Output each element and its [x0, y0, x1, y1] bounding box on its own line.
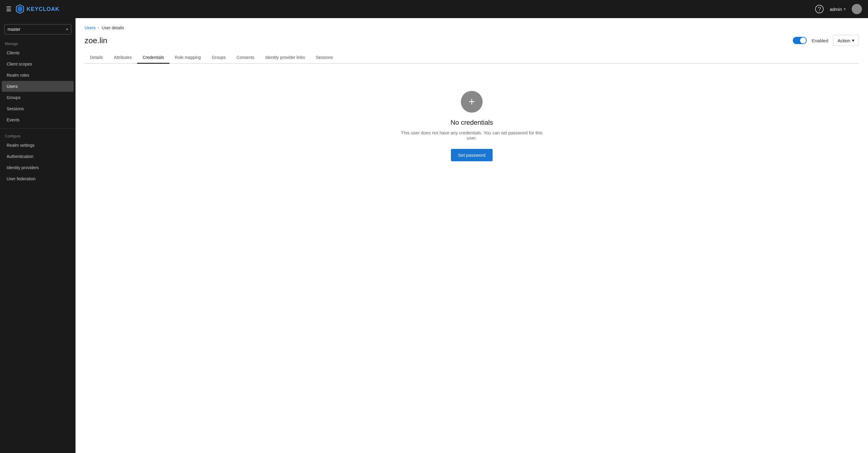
navbar-left: ☰ KEYCLOAK — [6, 4, 60, 14]
keycloak-logo-icon — [15, 4, 25, 14]
empty-description: This user does not have any credentials.… — [396, 130, 547, 141]
configure-label: Configure — [0, 132, 75, 140]
enabled-toggle[interactable] — [793, 37, 807, 44]
action-chevron: ▾ — [852, 38, 855, 43]
hamburger-icon[interactable]: ☰ — [6, 5, 11, 13]
sidebar-item-users[interactable]: Users — [2, 81, 74, 92]
user-menu-chevron: ▾ — [844, 7, 846, 11]
tab-role-mapping[interactable]: Role mapping — [169, 52, 206, 64]
sidebar-item-identity-providers[interactable]: Identity providers — [2, 162, 74, 173]
empty-title: No credentials — [451, 119, 493, 126]
page-header: zoe.lin Enabled Action ▾ — [85, 35, 859, 46]
sidebar-item-realm-roles[interactable]: Realm roles — [2, 70, 74, 81]
sidebar-divider — [0, 128, 75, 129]
tab-attributes[interactable]: Attributes — [108, 52, 137, 64]
tab-identity-provider-links[interactable]: Identity provider links — [260, 52, 310, 64]
realm-selector[interactable]: master ▾ — [4, 24, 71, 34]
logo-cloak: CLOAK — [39, 6, 60, 12]
toggle-thumb — [800, 37, 806, 43]
sidebar-item-sessions[interactable]: Sessions — [2, 103, 74, 114]
sidebar-item-realm-settings[interactable]: Realm settings — [2, 140, 74, 151]
sidebar-item-authentication[interactable]: Authentication — [2, 151, 74, 162]
navbar-right: ? admin ▾ — [815, 4, 862, 14]
add-credential-icon[interactable]: + — [461, 91, 483, 113]
set-password-button[interactable]: Set password — [451, 149, 493, 161]
action-button[interactable]: Action ▾ — [833, 35, 859, 46]
sidebar-item-events[interactable]: Events — [2, 115, 74, 125]
help-icon[interactable]: ? — [815, 5, 824, 13]
logo-text: KEYCLOAK — [27, 6, 60, 12]
empty-state: + No credentials This user does not have… — [85, 73, 859, 173]
user-menu[interactable]: admin ▾ — [830, 7, 846, 12]
logo: KEYCLOAK — [15, 4, 60, 14]
navbar: ☰ KEYCLOAK ? admin ▾ — [0, 0, 868, 18]
avatar — [852, 4, 862, 14]
tabs: Details Attributes Credentials Role mapp… — [85, 52, 859, 64]
breadcrumb: Users › User details — [85, 25, 859, 30]
tab-consents[interactable]: Consents — [231, 52, 260, 64]
tab-sessions[interactable]: Sessions — [310, 52, 339, 64]
sidebar-item-groups[interactable]: Groups — [2, 92, 74, 103]
breadcrumb-users-link[interactable]: Users — [85, 25, 96, 30]
main-layout: master ▾ Manage Clients Client scopes Re… — [0, 18, 868, 453]
toggle-track[interactable] — [793, 37, 807, 44]
tab-groups[interactable]: Groups — [206, 52, 231, 64]
sidebar-item-clients[interactable]: Clients — [2, 48, 74, 58]
manage-label: Manage — [0, 39, 75, 47]
sidebar-item-client-scopes[interactable]: Client scopes — [2, 59, 74, 69]
sidebar: master ▾ Manage Clients Client scopes Re… — [0, 18, 75, 453]
action-label: Action — [837, 38, 850, 43]
sidebar-item-user-federation[interactable]: User federation — [2, 173, 74, 184]
tab-details[interactable]: Details — [85, 52, 108, 64]
logo-key: KEY — [27, 6, 39, 12]
enabled-label: Enabled — [811, 38, 828, 43]
page-title: zoe.lin — [85, 36, 107, 45]
content-area: Users › User details zoe.lin Enabled Act… — [75, 18, 868, 453]
realm-selector-chevron: ▾ — [66, 27, 68, 31]
header-right: Enabled Action ▾ — [793, 35, 859, 46]
breadcrumb-current: User details — [102, 25, 124, 30]
realm-name: master — [7, 27, 21, 32]
tab-credentials[interactable]: Credentials — [137, 52, 169, 64]
admin-label: admin — [830, 7, 842, 12]
breadcrumb-separator: › — [98, 26, 99, 30]
